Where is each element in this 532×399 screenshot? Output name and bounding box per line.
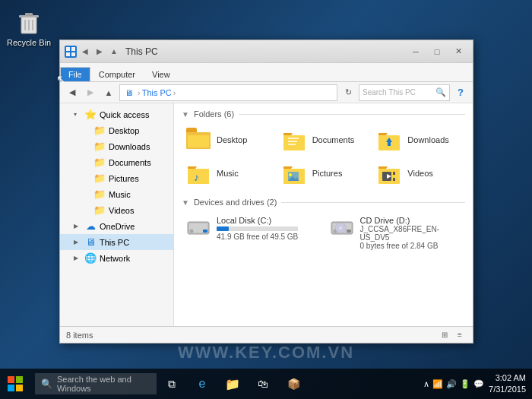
- details-view-button[interactable]: ≡: [453, 329, 467, 341]
- forward-button[interactable]: ▶: [83, 85, 98, 100]
- device-cd-drive[interactable]: CD Drive (D:) J_CCSA_X86FRE_EN-US_DV5 0 …: [325, 213, 466, 253]
- folder-pictures[interactable]: Pictures: [277, 158, 370, 188]
- start-button[interactable]: [0, 369, 30, 399]
- file-explorer-button[interactable]: 📁: [217, 369, 248, 399]
- sidebar-label-pictures: Pictures: [109, 174, 139, 183]
- minimize-button[interactable]: ─: [406, 44, 426, 59]
- tray-volume-icon[interactable]: 🔊: [446, 379, 457, 389]
- ribbon: File Computer View: [60, 63, 473, 82]
- back-btn[interactable]: ◀: [79, 46, 91, 58]
- cd-drive-icon: [330, 216, 354, 240]
- folder-desktop[interactable]: Desktop: [182, 125, 274, 155]
- folder-music[interactable]: ♪ Music: [182, 158, 274, 188]
- svg-rect-44: [8, 376, 14, 383]
- sidebar-item-quickaccess[interactable]: ▾ ⭐ Quick access: [60, 106, 173, 122]
- devices-toggle[interactable]: ▼: [182, 198, 189, 207]
- watermark: WWW.KEY.COM.VN: [0, 343, 532, 363]
- svg-rect-9: [71, 52, 75, 56]
- ribbon-tabs: File Computer View: [60, 63, 473, 81]
- tray-arrow[interactable]: ∧: [423, 379, 429, 389]
- up-btn[interactable]: ▲: [108, 46, 120, 58]
- content-area: ▾ ⭐ Quick access 📁 Desktop 📁 Downloads 📁: [60, 103, 473, 326]
- svg-marker-20: [188, 166, 197, 169]
- tab-computer[interactable]: Computer: [90, 67, 144, 81]
- folder-downloads[interactable]: Downloads: [372, 125, 465, 155]
- pinned-app-button[interactable]: 📦: [278, 369, 309, 399]
- sidebar-item-desktop[interactable]: 📁 Desktop: [60, 122, 173, 138]
- sidebar-label-downloads: Downloads: [109, 142, 150, 151]
- sidebar-item-downloads[interactable]: 📁 Downloads: [60, 138, 173, 154]
- documents-label: Documents: [312, 135, 355, 144]
- tray-network-icon[interactable]: 📶: [432, 379, 443, 389]
- cd-drive-info: CD Drive (D:) J_CCSA_X86FRE_EN-US_DV5 0 …: [360, 216, 461, 250]
- sidebar-item-music[interactable]: 📁 Music: [60, 186, 173, 202]
- mouse-cursor: ↖: [56, 72, 66, 87]
- tray-notification-icon[interactable]: 💬: [473, 379, 484, 389]
- sidebar-item-onedrive[interactable]: ▶ ☁ OneDrive: [60, 218, 173, 234]
- folders-toggle[interactable]: ▼: [182, 110, 189, 119]
- maximize-button[interactable]: □: [427, 44, 447, 59]
- close-button[interactable]: ✕: [448, 44, 468, 59]
- music-folder-icon: 📁: [93, 188, 106, 200]
- window-controls: ─ □ ✕: [406, 44, 468, 59]
- desktop-folder-icon: 📁: [93, 125, 106, 136]
- pictures-folder-graphic: [282, 161, 306, 185]
- svg-marker-28: [378, 166, 388, 169]
- large-icons-view-button[interactable]: ⊞: [438, 329, 451, 341]
- time-block[interactable]: 3:02 AM 7/31/2015: [489, 372, 526, 396]
- music-label: Music: [217, 169, 239, 178]
- recycle-bin-label: Recycle Bin: [6, 38, 52, 47]
- tray-battery-icon[interactable]: 🔋: [460, 379, 470, 389]
- local-disk-bar-fill: [217, 226, 229, 231]
- desktop: Recycle Bin ↖ ◀ ▶ ▲ This PC: [0, 0, 532, 399]
- desktop-folder-graphic: [186, 128, 211, 152]
- sidebar-item-pictures[interactable]: 📁 Pictures: [60, 170, 173, 186]
- svg-rect-32: [393, 178, 395, 181]
- title-bar-left: ◀ ▶ ▲ This PC: [65, 46, 406, 58]
- taskbar-search-text: Search the web and Windows: [57, 375, 150, 393]
- clock-time: 3:02 AM: [489, 372, 526, 384]
- downloads-folder-graphic: [377, 128, 401, 152]
- onedrive-icon: ☁: [84, 220, 97, 232]
- search-bar[interactable]: Search This PC 🔍: [359, 84, 450, 101]
- folder-documents[interactable]: Documents: [277, 125, 370, 155]
- sidebar-item-thispc[interactable]: ▶ 🖥 This PC: [60, 234, 173, 250]
- breadcrumb-separator2: ›: [173, 88, 176, 97]
- folders-section-title: Folders (6): [194, 109, 234, 119]
- taskbar: 🔍 Search the web and Windows ⧉ e 📁 🛍 📦 ∧…: [0, 369, 532, 399]
- sidebar-item-documents[interactable]: 📁 Documents: [60, 154, 173, 170]
- quickaccess-icon: ⭐: [84, 109, 97, 120]
- up-button[interactable]: ▲: [101, 85, 116, 100]
- back-button[interactable]: ◀: [65, 85, 80, 100]
- forward-btn[interactable]: ▶: [93, 46, 106, 58]
- title-bar: ◀ ▶ ▲ This PC ─ □ ✕: [60, 40, 473, 63]
- breadcrumb[interactable]: 🖥 › This PC ›: [119, 84, 337, 101]
- svg-rect-46: [8, 385, 14, 391]
- folders-divider: [239, 114, 465, 115]
- svg-rect-47: [16, 385, 23, 391]
- address-bar: ◀ ▶ ▲ 🖥 › This PC › ↻ Search This PC 🔍 ?: [60, 82, 473, 103]
- local-disk-name: Local Disk (C:): [217, 216, 298, 225]
- tab-view[interactable]: View: [144, 67, 179, 81]
- device-local-disk[interactable]: Local Disk (C:) 41.9 GB free of 49.5 GB: [182, 213, 322, 253]
- window-title: This PC: [125, 46, 158, 57]
- network-arrow: ▶: [74, 255, 81, 261]
- help-button[interactable]: ?: [453, 85, 468, 100]
- sidebar-item-videos[interactable]: 📁 Videos: [60, 202, 173, 218]
- system-tray: ∧ 📶 🔊 🔋 💬 3:02 AM 7/31/2015: [417, 372, 532, 396]
- store-button[interactable]: 🛍: [248, 369, 278, 399]
- sidebar-item-network[interactable]: ▶ 🌐 Network: [60, 250, 173, 266]
- taskbar-search[interactable]: 🔍 Search the web and Windows: [35, 373, 157, 394]
- tray-icons: ∧ 📶 🔊 🔋 💬: [423, 379, 484, 389]
- folder-videos[interactable]: Videos: [372, 158, 465, 188]
- view-buttons: ⊞ ≡: [438, 329, 467, 341]
- videos-folder-icon: 📁: [93, 204, 106, 216]
- refresh-button[interactable]: ↻: [340, 85, 356, 100]
- recycle-bin-icon[interactable]: Recycle Bin: [6, 6, 52, 47]
- edge-button[interactable]: e: [187, 369, 217, 399]
- svg-point-25: [289, 173, 292, 176]
- svg-rect-15: [288, 144, 296, 145]
- breadcrumb-thispc[interactable]: This PC: [142, 88, 172, 97]
- task-view-button[interactable]: ⧉: [157, 369, 187, 399]
- cd-drive-name: CD Drive (D:): [360, 216, 461, 225]
